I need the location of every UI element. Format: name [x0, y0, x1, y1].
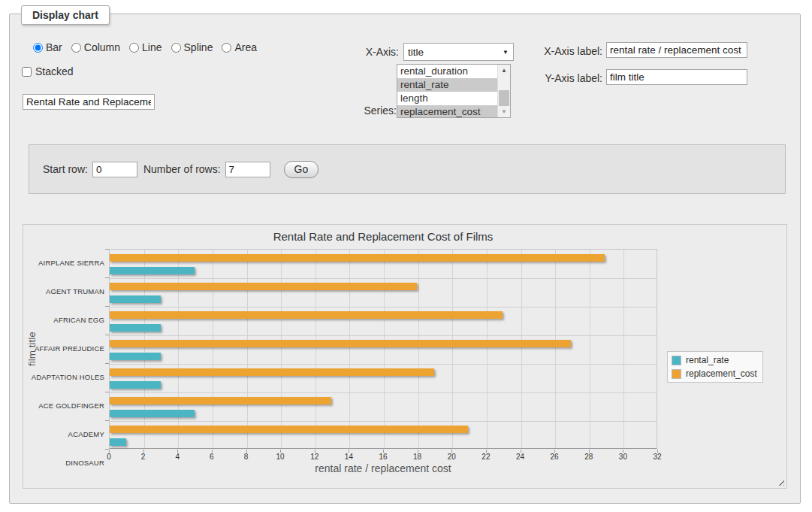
x-tick-label-14: 14	[345, 453, 353, 461]
start-row-input[interactable]	[92, 162, 137, 177]
y-tick-mark	[105, 277, 109, 278]
y-tick-mark	[105, 363, 109, 364]
y-tick-mark	[105, 306, 109, 307]
x-tick-label-26: 26	[551, 453, 559, 461]
resize-handle-icon[interactable]	[776, 477, 784, 486]
x-axis-select-value: title	[408, 47, 424, 58]
row-controls-panel: Start row: Number of rows: Go	[29, 144, 786, 194]
legend-item-rental_rate[interactable]: rental_rate	[672, 355, 757, 365]
bar-replacement_cost-6[interactable]	[110, 426, 468, 433]
x-tick-label-10: 10	[276, 453, 285, 461]
category-label-1: AGENT TRUMAN	[29, 277, 104, 306]
x-tick-label-20: 20	[448, 453, 456, 461]
legend-label-rental_rate: rental_rate	[686, 355, 729, 365]
bar-replacement_cost-2[interactable]	[110, 311, 503, 319]
category-label-6: ACADEMY DINOSAUR	[29, 420, 104, 449]
gridline-y	[110, 278, 657, 279]
gridline-x	[213, 250, 213, 448]
bar-replacement_cost-1[interactable]	[110, 283, 417, 290]
bar-replacement_cost-5[interactable]	[110, 397, 331, 404]
fieldset-legend: Display chart	[21, 5, 110, 25]
bar-rental_rate-4[interactable]	[110, 381, 161, 389]
scroll-up-icon[interactable]: ▲	[498, 65, 510, 76]
scrollbar-thumb[interactable]	[499, 90, 509, 107]
chart-type-option-area[interactable]: Area	[222, 41, 257, 53]
series-listbox[interactable]: rental_durationrental_ratelengthreplacem…	[397, 64, 511, 118]
series-option-rental_rate[interactable]: rental_rate	[397, 78, 497, 92]
chart-type-option-label: Area	[234, 41, 257, 53]
gridline-y	[110, 364, 657, 365]
series-option-rental_duration[interactable]: rental_duration	[397, 65, 497, 78]
gridline-x	[418, 250, 419, 448]
gridline-x	[315, 250, 316, 448]
bar-rental_rate-1[interactable]	[110, 295, 161, 303]
x-tick-label-8: 8	[244, 453, 249, 461]
gridline-x	[384, 250, 385, 448]
y-tick-mark	[105, 335, 109, 335]
chart-type-option-bar[interactable]: Bar	[33, 41, 62, 53]
scroll-down-icon[interactable]: ▼	[498, 106, 510, 117]
gridline-x	[623, 250, 624, 448]
chart-type-option-line[interactable]: Line	[129, 41, 161, 53]
chart-type-option-label: Line	[142, 41, 161, 53]
bar-replacement_cost-4[interactable]	[110, 368, 434, 376]
bar-rental_rate-3[interactable]	[110, 353, 161, 360]
series-option-replacement_cost[interactable]: replacement_cost	[397, 105, 497, 118]
gridline-x	[590, 250, 590, 448]
stacked-checkbox[interactable]	[22, 67, 32, 77]
y-axis-label-input[interactable]	[606, 69, 747, 85]
chart-type-option-column[interactable]: Column	[71, 41, 120, 53]
bar-rental_rate-0[interactable]	[110, 267, 195, 274]
legend-swatch-rental_rate	[672, 356, 681, 365]
gridline-y	[110, 421, 657, 422]
x-axis-select-label: X-Axis:	[324, 44, 399, 59]
chart-type-radio-bar[interactable]	[33, 43, 43, 53]
stacked-label: Stacked	[35, 65, 74, 77]
chart-type-radio-spline[interactable]	[171, 43, 181, 53]
category-label-4: ADAPTATION HOLES	[29, 363, 104, 392]
x-tick-label-6: 6	[210, 453, 214, 461]
x-tick-label-2: 2	[141, 453, 146, 461]
chart-type-group: BarColumnLineSplineArea	[33, 41, 257, 53]
plot-area	[109, 249, 657, 449]
series-options: rental_durationrental_ratelengthreplacem…	[397, 65, 497, 117]
legend-item-replacement_cost[interactable]: replacement_cost	[672, 368, 757, 379]
x-tick-label-12: 12	[310, 453, 318, 461]
x-tick-label-22: 22	[481, 453, 490, 461]
chart-type-radio-line[interactable]	[129, 43, 139, 53]
category-label-2: AFRICAN EGG	[29, 306, 104, 335]
number-of-rows-label: Number of rows:	[143, 163, 221, 175]
y-tick-mark	[105, 392, 109, 392]
gridline-x	[349, 250, 350, 448]
gridline-x	[521, 250, 522, 448]
bar-replacement_cost-3[interactable]	[110, 340, 571, 347]
bar-rental_rate-5[interactable]	[110, 410, 195, 417]
x-axis-select[interactable]: title ▼	[403, 43, 514, 61]
chart-container: Rental Rate and Replacement Cost of Film…	[23, 224, 787, 489]
display-chart-fieldset: Display chart BarColumnLineSplineArea St…	[9, 14, 801, 504]
go-button[interactable]: Go	[284, 161, 319, 178]
stacked-option[interactable]: Stacked	[22, 65, 74, 77]
x-axis-label-label: X-Axis label:	[527, 44, 602, 59]
gridline-x	[487, 250, 488, 448]
series-option-length[interactable]: length	[397, 92, 497, 105]
gridline-y	[110, 307, 657, 308]
chevron-down-icon: ▼	[503, 49, 509, 56]
chart-type-option-spline[interactable]: Spline	[171, 41, 213, 53]
category-label-0: AIRPLANE SIERRA	[29, 249, 104, 277]
x-tick-label-0: 0	[107, 453, 111, 461]
x-axis-label-input[interactable]	[606, 42, 747, 58]
chart-type-radio-area[interactable]	[222, 43, 231, 53]
x-tick-label-28: 28	[584, 453, 593, 461]
y-tick-mark	[105, 420, 109, 421]
chart-title-input[interactable]	[23, 94, 155, 110]
scrollbar[interactable]: ▲ ▼	[497, 65, 510, 117]
gridline-x	[247, 250, 248, 448]
number-of-rows-input[interactable]	[225, 162, 270, 177]
bar-replacement_cost-0[interactable]	[110, 254, 605, 262]
chart-type-radio-column[interactable]	[71, 43, 81, 53]
gridline-x	[452, 250, 453, 448]
chart-type-option-label: Column	[84, 41, 120, 53]
bar-rental_rate-6[interactable]	[110, 438, 126, 446]
bar-rental_rate-2[interactable]	[110, 324, 161, 332]
